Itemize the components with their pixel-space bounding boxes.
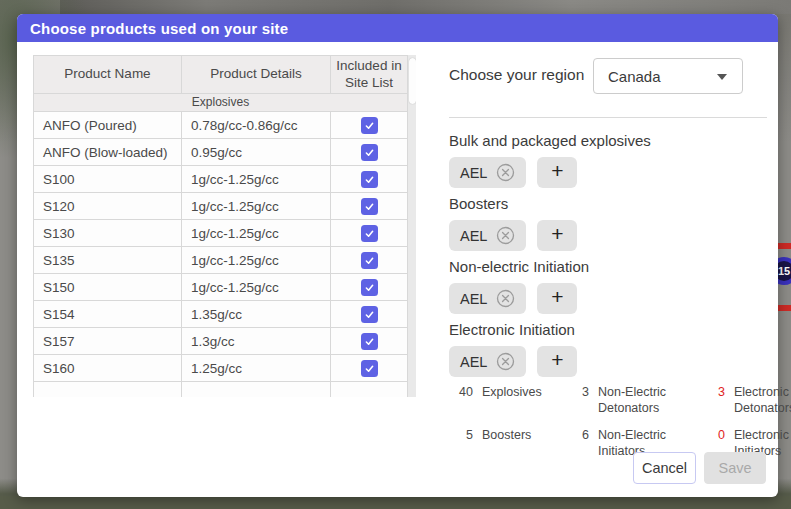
section-title: Non-electric Initiation	[449, 257, 767, 277]
add-supplier-button[interactable]: +	[537, 220, 577, 251]
choose-products-dialog: Choose products used on your site Produc…	[17, 14, 778, 497]
product-details-cell: 1g/cc-1.25g/cc	[182, 220, 331, 247]
remove-tag-button[interactable]	[496, 289, 515, 308]
table-row: ANFO (Blow-loaded)0.95g/cc	[34, 139, 408, 166]
table-row: S1501g/cc-1.25g/cc	[34, 274, 408, 301]
dialog-footer: Cancel Save	[633, 452, 766, 484]
check-icon	[364, 147, 375, 158]
divider	[449, 117, 767, 118]
plus-icon: +	[551, 159, 563, 183]
included-cell	[331, 112, 408, 139]
cancel-button[interactable]: Cancel	[633, 452, 696, 484]
supplier-tag-label: AEL	[460, 354, 487, 370]
included-checkbox[interactable]	[361, 117, 378, 134]
product-details-cell: 1.3g/cc	[182, 328, 331, 355]
check-icon	[364, 255, 375, 266]
remove-tag-icon[interactable]	[496, 163, 515, 182]
check-icon	[364, 120, 375, 131]
table-row: S1601.25g/cc	[34, 355, 408, 382]
supplier-tag-label: AEL	[460, 228, 487, 244]
stat-value: 5	[451, 427, 473, 460]
check-icon	[364, 336, 375, 347]
section-title: Boosters	[449, 194, 767, 214]
product-name-cell: ANFO (Blow-loaded)	[34, 139, 182, 166]
product-name-cell: S160	[34, 355, 182, 382]
included-checkbox[interactable]	[361, 198, 378, 215]
table-row: S1201g/cc-1.25g/cc	[34, 193, 408, 220]
product-name-cell: S157	[34, 328, 182, 355]
product-table: Product Name Product Details Included in…	[33, 55, 408, 397]
add-supplier-button[interactable]: +	[537, 157, 577, 188]
tag-row: AEL+	[449, 346, 767, 377]
included-checkbox[interactable]	[361, 360, 378, 377]
check-icon	[364, 174, 375, 185]
product-name-cell: S120	[34, 193, 182, 220]
check-icon	[364, 282, 375, 293]
included-cell	[331, 355, 408, 382]
product-details-cell: 1.35g/cc	[182, 301, 331, 328]
stat-label: Non-Electric Detonators	[598, 384, 694, 417]
supplier-tag-label: AEL	[460, 165, 487, 181]
plus-icon: +	[551, 285, 563, 309]
product-table-container: Product Name Product Details Included in…	[33, 55, 416, 397]
product-details-cell: 0.95g/cc	[182, 139, 331, 166]
chevron-down-icon	[717, 74, 727, 80]
dialog-header: Choose products used on your site	[17, 14, 778, 42]
product-section: Non-electric InitiationAEL+	[449, 257, 767, 314]
product-table-body: Explosives ANFO (Poured)0.78g/cc-0.86g/c…	[34, 94, 408, 398]
product-stats: 40Explosives3Non-Electric Detonators3Ele…	[451, 384, 791, 459]
table-row: S1571.3g/cc	[34, 328, 408, 355]
product-name-cell: S130	[34, 220, 182, 247]
product-details-cell: 1.25g/cc	[182, 355, 331, 382]
column-header-product-name: Product Name	[34, 56, 182, 94]
save-button[interactable]: Save	[704, 452, 766, 484]
product-details-cell: 1g/cc-1.25g/cc	[182, 274, 331, 301]
remove-tag-button[interactable]	[496, 226, 515, 245]
stat-value: 3	[567, 384, 589, 417]
stat-label: Boosters	[482, 427, 558, 460]
product-name-cell: S150	[34, 274, 182, 301]
remove-tag-icon[interactable]	[496, 289, 515, 308]
product-details-cell: 1g/cc-1.25g/cc	[182, 193, 331, 220]
column-header-product-details: Product Details	[182, 56, 331, 94]
included-cell	[331, 328, 408, 355]
region-selected-value: Canada	[608, 68, 661, 85]
supplier-tag-label: AEL	[460, 291, 487, 307]
supplier-tag: AEL	[449, 220, 526, 251]
region-row: Choose your region Canada	[449, 58, 767, 94]
remove-tag-icon[interactable]	[496, 352, 515, 371]
included-checkbox[interactable]	[361, 306, 378, 323]
section-title: Bulk and packaged explosives	[449, 131, 767, 151]
add-supplier-button[interactable]: +	[537, 346, 577, 377]
tag-row: AEL+	[449, 283, 767, 314]
remove-tag-icon[interactable]	[496, 226, 515, 245]
product-name-cell: S100	[34, 166, 182, 193]
right-panel: Choose your region Canada Bulk and packa…	[449, 42, 767, 497]
add-supplier-button[interactable]: +	[537, 283, 577, 314]
stat-label: Explosives	[482, 384, 558, 417]
table-row: S1351g/cc-1.25g/cc	[34, 247, 408, 274]
included-checkbox[interactable]	[361, 171, 378, 188]
remove-tag-button[interactable]	[496, 163, 515, 182]
included-checkbox[interactable]	[361, 144, 378, 161]
product-name-cell: S135	[34, 247, 182, 274]
supplier-tag: AEL	[449, 346, 526, 377]
table-scrollbar-thumb[interactable]	[409, 58, 416, 104]
stat-value: 40	[451, 384, 473, 417]
remove-tag-button[interactable]	[496, 352, 515, 371]
region-select[interactable]: Canada	[593, 58, 743, 94]
stat-value: 6	[567, 427, 589, 460]
tag-row: AEL+	[449, 157, 767, 188]
plus-icon: +	[551, 222, 563, 246]
dialog-title: Choose products used on your site	[30, 20, 288, 37]
included-checkbox[interactable]	[361, 333, 378, 350]
included-cell	[331, 193, 408, 220]
included-checkbox[interactable]	[361, 279, 378, 296]
product-name-cell: ANFO (Poured)	[34, 112, 182, 139]
included-checkbox[interactable]	[361, 225, 378, 242]
table-scrollbar[interactable]	[408, 55, 416, 397]
included-checkbox[interactable]	[361, 252, 378, 269]
table-row: S1541.35g/cc	[34, 301, 408, 328]
product-section: Electronic InitiationAEL+	[449, 320, 767, 377]
table-row-partial	[34, 382, 408, 398]
